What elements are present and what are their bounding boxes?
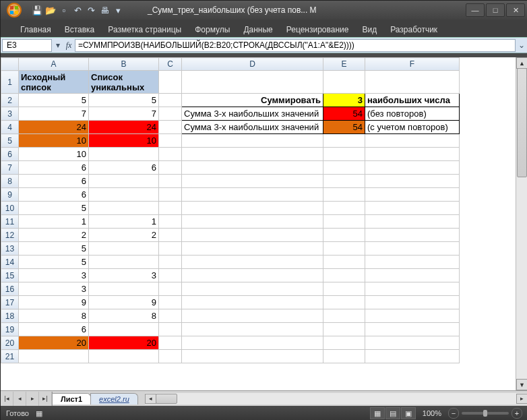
cell-d14[interactable] xyxy=(182,256,323,269)
col-header-E[interactable]: E xyxy=(323,58,365,71)
sheet-tab-active[interactable]: Лист1 xyxy=(52,393,91,404)
undo-icon[interactable]: ↶ xyxy=(72,5,83,16)
cell-e8[interactable] xyxy=(323,175,365,188)
cell-d1[interactable] xyxy=(182,71,323,94)
macro-icon[interactable]: ▦ xyxy=(36,409,42,418)
cell-f20[interactable] xyxy=(365,336,460,350)
cell-e18[interactable] xyxy=(323,309,365,323)
cell-d6[interactable] xyxy=(182,148,323,161)
cell-e17[interactable] xyxy=(323,296,365,309)
cell-a18[interactable]: 8 xyxy=(19,309,89,323)
cell-d4[interactable]: Сумма 3-х наибольших значений xyxy=(182,121,323,134)
cell-b20[interactable]: 20 xyxy=(89,336,159,350)
view-normal-icon[interactable]: ▦ xyxy=(370,407,385,419)
cell-d5[interactable] xyxy=(182,134,323,148)
fx-icon[interactable]: fx xyxy=(63,40,75,51)
scroll-right-icon[interactable]: ▸ xyxy=(516,394,527,404)
close-button[interactable]: ✕ xyxy=(506,3,525,17)
cell-e10[interactable] xyxy=(323,202,365,215)
header-a[interactable]: Исходный список xyxy=(19,71,89,94)
cell-a17[interactable]: 9 xyxy=(19,296,89,309)
cell-f13[interactable] xyxy=(365,242,460,256)
cell-a15[interactable]: 3 xyxy=(19,269,89,282)
col-header-C[interactable]: C xyxy=(159,58,182,71)
cell-a3[interactable]: 7 xyxy=(19,107,89,121)
cell-a10[interactable]: 5 xyxy=(19,202,89,215)
cell-e9[interactable] xyxy=(323,188,365,202)
header-b[interactable]: Список уникальных xyxy=(89,71,159,94)
ribbon-tab-вид[interactable]: Вид xyxy=(356,22,383,37)
cell-e4[interactable]: 54 xyxy=(323,121,365,134)
cell-e7[interactable] xyxy=(323,161,365,175)
zoom-percent[interactable]: 100% xyxy=(423,409,441,417)
select-all-corner[interactable] xyxy=(1,58,19,71)
cell-c13[interactable] xyxy=(159,242,182,256)
cell-d11[interactable] xyxy=(182,215,323,229)
cell-f11[interactable] xyxy=(365,215,460,229)
cell-c20[interactable] xyxy=(159,336,182,350)
cell-a9[interactable]: 6 xyxy=(19,188,89,202)
cell-e5[interactable] xyxy=(323,134,365,148)
cell-f18[interactable] xyxy=(365,309,460,323)
minimize-button[interactable]: — xyxy=(466,3,485,17)
cell-blank-21-5[interactable] xyxy=(365,350,460,363)
cell-a6[interactable]: 10 xyxy=(19,148,89,161)
cell-f10[interactable] xyxy=(365,202,460,215)
cell-a4[interactable]: 24 xyxy=(19,121,89,134)
row-header-11[interactable]: 11 xyxy=(1,215,19,229)
row-header-4[interactable]: 4 xyxy=(1,121,19,134)
row-header-5[interactable]: 5 xyxy=(1,134,19,148)
cell-b7[interactable]: 6 xyxy=(89,161,159,175)
sheet-tab-link[interactable]: excel2.ru xyxy=(90,393,138,404)
cell-c3[interactable] xyxy=(159,107,182,121)
cell-c9[interactable] xyxy=(159,188,182,202)
cell-d13[interactable] xyxy=(182,242,323,256)
cell-f2[interactable]: наибольших числа xyxy=(365,94,460,107)
cell-c17[interactable] xyxy=(159,296,182,309)
scroll-left-icon[interactable]: ◂ xyxy=(145,394,156,404)
cell-c2[interactable] xyxy=(159,94,182,107)
row-header-12[interactable]: 12 xyxy=(1,229,19,242)
cell-c19[interactable] xyxy=(159,323,182,336)
horizontal-scrollbar[interactable]: ◂ ▸ xyxy=(145,393,527,404)
cell-a5[interactable]: 10 xyxy=(19,134,89,148)
cell-d9[interactable] xyxy=(182,188,323,202)
row-header-13[interactable]: 13 xyxy=(1,242,19,256)
cell-b14[interactable] xyxy=(89,256,159,269)
zoom-in-button[interactable]: + xyxy=(512,408,522,419)
cell-a13[interactable]: 5 xyxy=(19,242,89,256)
cell-b11[interactable]: 1 xyxy=(89,215,159,229)
hscroll-thumb[interactable] xyxy=(156,394,177,404)
scroll-thumb[interactable] xyxy=(517,68,527,177)
col-header-F[interactable]: F xyxy=(365,58,460,71)
maximize-button[interactable]: □ xyxy=(486,3,505,17)
scroll-down-icon[interactable]: ▼ xyxy=(516,379,527,390)
ribbon-tab-формулы[interactable]: Формулы xyxy=(189,22,236,37)
col-header-B[interactable]: B xyxy=(89,58,159,71)
qat-dropdown-icon[interactable]: ▾ xyxy=(113,5,123,16)
row-header-19[interactable]: 19 xyxy=(1,323,19,336)
cell-f16[interactable] xyxy=(365,282,460,296)
cell-c11[interactable] xyxy=(159,215,182,229)
cell-d20[interactable] xyxy=(182,336,323,350)
row-header-20[interactable]: 20 xyxy=(1,336,19,350)
row-header-14[interactable]: 14 xyxy=(1,256,19,269)
zoom-thumb[interactable] xyxy=(483,410,487,417)
open-icon[interactable]: 📂 xyxy=(45,5,56,16)
col-header-D[interactable]: D xyxy=(182,58,323,71)
zoom-track[interactable] xyxy=(462,412,509,415)
row-header-16[interactable]: 16 xyxy=(1,282,19,296)
cell-e14[interactable] xyxy=(323,256,365,269)
cell-c10[interactable] xyxy=(159,202,182,215)
ribbon-tab-разработчик[interactable]: Разработчик xyxy=(384,22,443,37)
cell-d16[interactable] xyxy=(182,282,323,296)
cell-a7[interactable]: 6 xyxy=(19,161,89,175)
cell-a19[interactable]: 6 xyxy=(19,323,89,336)
cell-b8[interactable] xyxy=(89,175,159,188)
ribbon-tab-рецензирование[interactable]: Рецензирование xyxy=(280,22,355,37)
cell-e6[interactable] xyxy=(323,148,365,161)
cell-f9[interactable] xyxy=(365,188,460,202)
tab-last-icon[interactable]: ▸| xyxy=(39,392,52,406)
cell-b19[interactable] xyxy=(89,323,159,336)
cell-b2[interactable]: 5 xyxy=(89,94,159,107)
